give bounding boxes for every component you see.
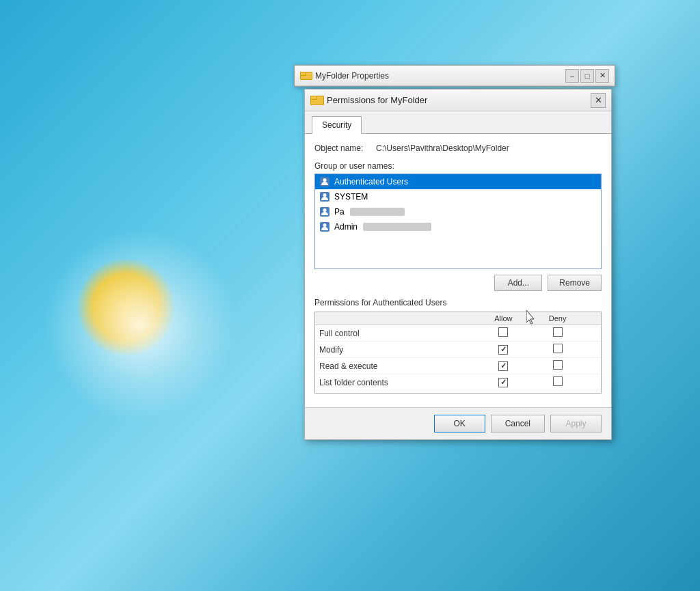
checkbox-readexecute-allow[interactable] <box>498 361 508 371</box>
perm-name-listfolder: List folder contents <box>315 374 476 391</box>
outer-window-title: MyFolder Properties <box>315 71 389 81</box>
user-item-pa[interactable]: Pa <box>315 204 601 219</box>
add-remove-row: Add... Remove <box>314 275 602 291</box>
outer-titlebar-left: MyFolder Properties <box>300 71 389 81</box>
user-icon-system <box>319 191 330 202</box>
permissions-close-button[interactable]: ✕ <box>591 93 606 108</box>
group-label: Group or user names: <box>314 161 602 171</box>
checkbox-read-deny[interactable] <box>553 393 563 394</box>
perm-allow-readexecute[interactable] <box>476 358 530 374</box>
svg-point-7 <box>323 223 327 227</box>
permissions-dialog: Permissions for MyFolder ✕ Security Obje… <box>304 89 612 440</box>
remove-button[interactable]: Remove <box>548 275 602 291</box>
permissions-titlebar: Permissions for MyFolder ✕ <box>305 90 611 111</box>
user-item-authenticated[interactable]: Authenticated Users <box>315 174 601 189</box>
outer-maximize-button[interactable]: □ <box>580 69 594 83</box>
permissions-folder-icon <box>310 96 323 105</box>
tab-security[interactable]: Security <box>312 116 362 134</box>
user-item-system[interactable]: SYSTEM <box>315 189 601 204</box>
checkbox-fullcontrol-deny[interactable] <box>553 327 563 337</box>
outer-titlebar: MyFolder Properties – □ ✕ <box>295 66 615 86</box>
outer-close-button[interactable]: ✕ <box>595 69 609 83</box>
perm-row-fullcontrol: Full control <box>315 325 601 342</box>
perm-col-scrollbar <box>584 312 601 325</box>
user-icon-pa <box>319 206 330 217</box>
permissions-header: Permissions for Authenticated Users <box>314 298 602 307</box>
perm-scrollbar-fullcontrol <box>584 325 601 342</box>
permissions-title: Permissions for MyFolder <box>327 95 427 105</box>
perm-allow-listfolder[interactable] <box>476 374 530 391</box>
permissions-table-wrapper: Allow Deny Full control <box>314 312 602 394</box>
object-name-label: Object name: <box>314 143 376 153</box>
object-name-row: Object name: C:\Users\Pavithra\Desktop\M… <box>314 143 602 153</box>
permissions-titlebar-left: Permissions for MyFolder <box>310 95 427 105</box>
checkbox-listfolder-allow[interactable] <box>498 378 508 387</box>
perm-deny-listfolder[interactable] <box>530 374 584 391</box>
checkbox-modify-deny[interactable] <box>553 344 563 353</box>
checkbox-readexecute-deny[interactable] <box>553 360 563 370</box>
svg-point-1 <box>323 178 327 182</box>
perm-scrollbar-listfolder <box>584 374 601 391</box>
apply-button[interactable]: Apply <box>550 415 602 432</box>
permissions-table: Allow Deny Full control <box>315 312 601 394</box>
cancel-button[interactable]: Cancel <box>491 415 545 432</box>
outer-window: MyFolder Properties – □ ✕ <box>294 65 615 87</box>
perm-col-allow: Allow <box>476 312 530 325</box>
user-icon-authenticated <box>319 176 330 187</box>
outer-titlebar-controls: – □ ✕ <box>565 69 609 83</box>
user-name-authenticated: Authenticated Users <box>334 177 408 187</box>
user-item-admin[interactable]: Admin <box>315 219 601 234</box>
object-name-value: C:\Users\Pavithra\Desktop\MyFolder <box>376 143 509 153</box>
outer-minimize-button[interactable]: – <box>565 69 579 83</box>
tab-bar: Security <box>305 111 611 134</box>
perm-allow-read[interactable] <box>476 391 530 394</box>
perm-deny-readexecute[interactable] <box>530 358 584 374</box>
perm-deny-modify[interactable] <box>530 342 584 358</box>
perm-row-listfolder: List folder contents <box>315 374 601 391</box>
perm-name-modify: Modify <box>315 342 476 358</box>
perm-scrollbar-modify <box>584 342 601 358</box>
user-name-pa: Pa <box>334 207 345 217</box>
ok-button[interactable]: OK <box>434 415 485 432</box>
perm-deny-read[interactable] <box>530 391 584 394</box>
checkbox-modify-allow[interactable] <box>498 345 508 355</box>
perm-col-deny: Deny <box>530 312 584 325</box>
perm-row-read: Read <box>315 391 601 394</box>
perm-row-readexecute: Read & execute <box>315 358 601 374</box>
perm-col-name <box>315 312 476 325</box>
checkbox-fullcontrol-allow[interactable] <box>498 327 508 337</box>
user-list[interactable]: Authenticated Users SYSTEM <box>314 174 602 269</box>
perm-scrollbar-readexecute <box>584 358 601 374</box>
user-name-system: SYSTEM <box>334 192 368 202</box>
add-button[interactable]: Add... <box>494 275 542 291</box>
perm-row-modify: Modify <box>315 342 601 358</box>
folder-icon <box>300 72 311 80</box>
content-area: Object name: C:\Users\Pavithra\Desktop\M… <box>305 134 611 407</box>
checkbox-listfolder-deny[interactable] <box>553 376 563 386</box>
perm-name-fullcontrol: Full control <box>315 325 476 342</box>
perm-name-readexecute: Read & execute <box>315 358 476 374</box>
user-name-pa-redacted <box>350 208 405 216</box>
dialog-body: Security Object name: C:\Users\Pavithra\… <box>305 111 611 439</box>
dialog-footer: OK Cancel Apply <box>305 407 611 439</box>
perm-allow-fullcontrol[interactable] <box>476 325 530 342</box>
perm-allow-modify[interactable] <box>476 342 530 358</box>
perm-deny-fullcontrol[interactable] <box>530 325 584 342</box>
svg-point-3 <box>323 193 327 197</box>
perm-name-read: Read <box>315 391 476 394</box>
perm-scrollbar-read <box>584 391 601 394</box>
user-name-admin-redacted <box>363 223 431 231</box>
svg-point-5 <box>323 208 327 212</box>
user-name-admin: Admin <box>334 222 358 232</box>
user-icon-admin <box>319 221 330 232</box>
